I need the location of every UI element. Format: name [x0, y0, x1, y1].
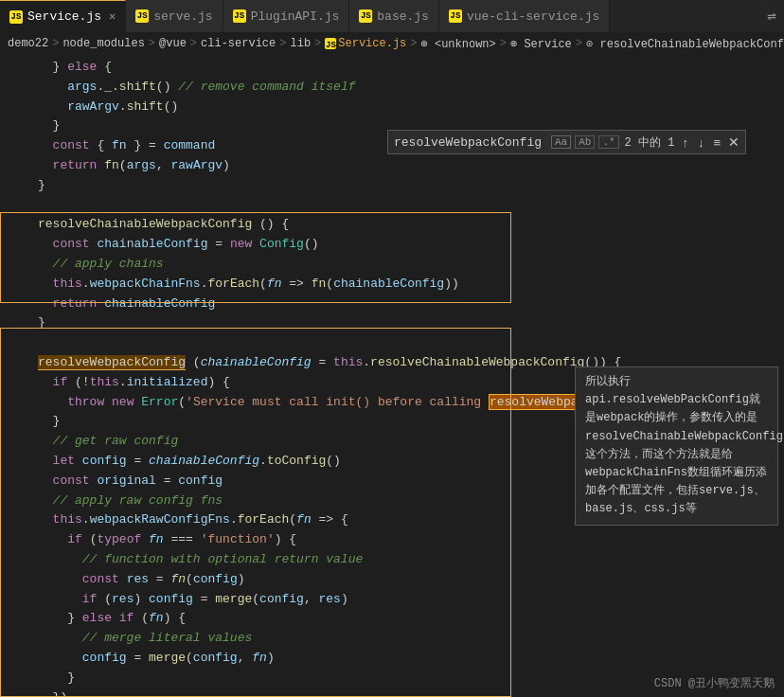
search-result-count: 2 中的 1 [625, 134, 675, 151]
search-close-button[interactable]: ✕ [728, 134, 739, 150]
breadcrumb-unknown: ⊗ <unknown> [421, 37, 496, 51]
search-input[interactable] [394, 135, 545, 150]
breadcrumb-node-modules: node_modules [62, 37, 144, 50]
breadcrumb-vue: @vue [159, 37, 187, 50]
breadcrumb-lib: lib [290, 37, 311, 50]
search-next-button[interactable]: ↓ [696, 135, 706, 150]
line-27: const res = fn(config) [0, 570, 784, 590]
search-options: Aa Ab .* [551, 135, 619, 149]
line-30: // merge literal values [0, 629, 784, 649]
line-31: config = merge(config, fn) [0, 649, 784, 669]
breadcrumb-demo22: demo22 [8, 37, 48, 50]
line-1: } else { [0, 58, 784, 78]
breadcrumb-service-js: JSService.js [325, 37, 406, 50]
search-match-1: resolveWebpackConfig [38, 355, 186, 370]
svg-text:JS: JS [326, 41, 336, 49]
comment-box: 所以执行api.resolveWebPackConfig就是webpack的操作… [575, 366, 778, 526]
line-12: this.webpackChainFns.forEach(fn => fn(ch… [0, 275, 784, 295]
comment-text: 所以执行api.resolveWebPackConfig就是webpack的操作… [585, 375, 783, 515]
line-11: // apply chains [0, 255, 784, 275]
line-25: if (typeof fn === 'function') { [0, 530, 784, 550]
line-9: resolveChainableWebpackConfig () { [0, 215, 784, 235]
tab-service-js[interactable]: JS Service.js ✕ [0, 0, 126, 33]
line-26: // function with optional return value [0, 550, 784, 570]
breadcrumb: demo22 > node_modules > @vue > cli-servi… [0, 33, 784, 54]
line-13: return chainableConfig [0, 295, 784, 314]
tab-label-base-js: base.js [377, 9, 429, 24]
search-prev-button[interactable]: ↑ [680, 135, 690, 150]
line-2: args._.shift() // remove command itself [0, 78, 784, 98]
tab-label-pluginapi-js: PluginAPI.js [251, 9, 340, 24]
search-bar: Aa Ab .* 2 中的 1 ↑ ↓ ≡ ✕ [387, 130, 746, 154]
breadcrumb-resolve-chainable: ⊙ resolveChainableWebpackConfig [586, 37, 784, 51]
tab-icon-pluginapi-js: JS [233, 9, 246, 23]
line-28: if (res) config = merge(config, res) [0, 590, 784, 610]
breadcrumb-service: ⊗ Service [510, 37, 572, 51]
line-6: return fn(args, rawArgv) [0, 156, 784, 176]
tab-vue-cli-service-js[interactable]: JS vue-cli-service.js [439, 0, 610, 33]
tab-close-service-js[interactable]: ✕ [109, 9, 116, 24]
breadcrumb-cli-service: cli-service [201, 37, 276, 50]
line-15 [0, 333, 784, 353]
tab-bar: JS Service.js ✕ JS serve.js JS PluginAPI… [0, 0, 784, 33]
tab-icon-serve-js: JS [135, 9, 149, 23]
tab-icon-vue-cli-service-js: JS [449, 9, 462, 23]
line-29: } else if (fn) { [0, 609, 784, 629]
tab-label-vue-cli-service-js: vue-cli-service.js [467, 9, 599, 24]
tab-actions[interactable]: ⇌ [767, 7, 784, 26]
line-14: } [0, 313, 784, 333]
regex-option[interactable]: .* [598, 135, 618, 149]
tab-icon-base-js: JS [359, 9, 372, 23]
tab-serve-js[interactable]: JS serve.js [126, 0, 223, 33]
line-10: const chainableConfig = new Config() [0, 235, 784, 255]
line-8 [0, 196, 784, 216]
code-area[interactable]: Aa Ab .* 2 中的 1 ↑ ↓ ≡ ✕ 所以执行api.resolveW… [0, 54, 784, 697]
tab-base-js[interactable]: JS base.js [349, 0, 439, 33]
whole-word-option[interactable]: Ab [575, 135, 595, 149]
tab-pluginapi-js[interactable]: JS PluginAPI.js [223, 0, 350, 33]
line-7: } [0, 176, 784, 196]
case-sensitive-option[interactable]: Aa [551, 135, 571, 149]
tab-icon-service-js: JS [9, 10, 23, 24]
search-expand-button[interactable]: ≡ [711, 135, 722, 150]
tab-label-service-js: Service.js [27, 9, 101, 24]
watermark: CSDN @丑小鸭变黑天鹅 [654, 675, 775, 691]
line-3: rawArgv.shift() [0, 98, 784, 117]
editor-container: JS Service.js ✕ JS serve.js JS PluginAPI… [0, 0, 784, 697]
tab-label-serve-js: serve.js [153, 9, 212, 24]
